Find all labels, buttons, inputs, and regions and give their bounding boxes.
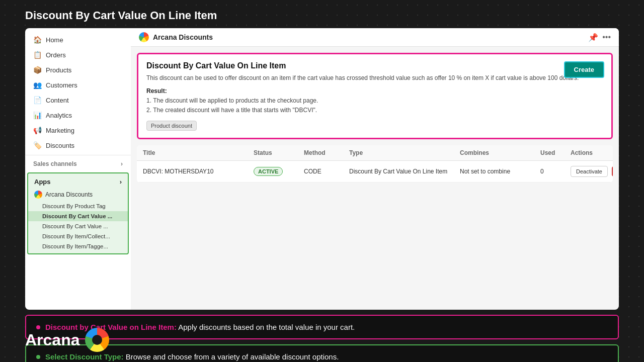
col-actions: Actions: [571, 149, 613, 156]
top-bar-left: Arcana Discounts: [139, 32, 213, 42]
sidebar-item-home[interactable]: 🏠 Home: [25, 32, 131, 47]
sub-item-cart-value-2[interactable]: Discount By Cart Value ...: [28, 221, 128, 231]
table-row: DBCVI: MOTHERSDAY10 ACTIVE CODE Discount…: [137, 161, 613, 183]
sidebar-item-label: Orders: [46, 51, 66, 59]
sidebar-item-label: Marketing: [46, 127, 74, 134]
sub-item-item-collect[interactable]: Discount By Item/Collect...: [28, 231, 128, 241]
sidebar-item-label: Products: [46, 66, 71, 74]
sidebar-item-products[interactable]: 📦 Products: [25, 62, 131, 77]
sidebar-item-label: Discounts: [46, 142, 74, 149]
banner-text: Select Discount Type: Browse and choose …: [45, 352, 339, 361]
more-icon[interactable]: •••: [602, 33, 611, 42]
sub-item-product-tag[interactable]: Discount By Product Tag: [28, 201, 128, 211]
col-combines: Combines: [460, 149, 540, 156]
banner-cart-value: Discount by Cart Value on Line Item: App…: [25, 315, 619, 339]
info-card: Discount By Cart Value On Line Item This…: [137, 53, 613, 139]
banners-container: Discount by Cart Value on Line Item: App…: [25, 315, 619, 362]
apps-header[interactable]: Apps ›: [28, 175, 128, 188]
col-status: Status: [254, 149, 304, 156]
sidebar-item-analytics[interactable]: 📊 Analytics: [25, 108, 131, 123]
top-bar: Arcana Discounts 📌 •••: [131, 28, 619, 47]
logo-ring: [85, 328, 109, 352]
sidebar-item-discounts[interactable]: 🏷️ Discounts: [25, 138, 131, 153]
bullet-icon: [36, 355, 40, 359]
orders-icon: 📋: [33, 51, 42, 59]
content-area: Arcana Discounts 📌 ••• Discount By Cart …: [131, 28, 619, 310]
product-discount-badge: Product discount: [146, 121, 197, 131]
sidebar-item-label: Content: [46, 97, 69, 104]
banner-body: Browse and choose from a variety of avai…: [124, 352, 339, 361]
create-button[interactable]: Create: [564, 61, 604, 78]
col-title: Title: [143, 149, 254, 156]
main-container: 🏠 Home 📋 Orders 📦 Products 👥 Customers 📄…: [25, 28, 619, 310]
discounts-table: Title Status Method Type Combines Used A…: [137, 145, 613, 183]
analytics-icon: 📊: [33, 111, 42, 119]
info-card-title: Discount By Cart Value On Line Item: [146, 61, 603, 70]
row-status: ACTIVE: [254, 167, 304, 176]
arcana-logo-large: [85, 328, 109, 352]
col-type: Type: [349, 149, 460, 156]
brand-name: Arcana: [25, 331, 80, 349]
col-used: Used: [540, 149, 571, 156]
apps-label: Apps: [34, 178, 51, 186]
chevron-right-icon: ›: [120, 178, 122, 186]
sidebar-item-content[interactable]: 📄 Content: [25, 93, 131, 108]
row-method: CODE: [304, 168, 349, 175]
content-icon: 📄: [33, 96, 42, 104]
arcana-logo-small: [139, 32, 149, 42]
info-card-result: Result: 1. The discount will be applied …: [146, 86, 603, 116]
col-method: Method: [304, 149, 349, 156]
sub-item-cart-value-active[interactable]: Discount By Cart Value ...: [28, 211, 128, 221]
customers-icon: 👥: [33, 81, 42, 89]
row-combines: Not set to combine: [460, 168, 540, 175]
table-header: Title Status Method Type Combines Used A…: [137, 145, 613, 161]
sidebar-item-customers[interactable]: 👥 Customers: [25, 77, 131, 93]
result-label: Result:: [146, 87, 167, 95]
row-actions: Deactivate 🗑: [571, 166, 613, 177]
marketing-icon: 📢: [33, 126, 42, 134]
divider: [25, 155, 131, 155]
pin-icon[interactable]: 📌: [588, 33, 598, 42]
banner-highlight: Select Discount Type:: [45, 352, 124, 361]
app-name-label: Arcana Discounts: [45, 191, 93, 198]
sidebar: 🏠 Home 📋 Orders 📦 Products 👥 Customers 📄…: [25, 28, 131, 310]
row-title: DBCVI: MOTHERSDAY10: [143, 168, 254, 175]
deactivate-button[interactable]: Deactivate: [571, 166, 608, 177]
sales-channels-label: Sales channels: [33, 160, 77, 167]
banner-body: Apply discounts based on the total value…: [177, 323, 355, 331]
sales-channels-header: Sales channels ›: [25, 157, 131, 170]
discounts-icon: 🏷️: [33, 141, 42, 149]
products-icon: 📦: [33, 66, 42, 74]
page-title: Discount By Cart Value On Line Item: [0, 0, 644, 28]
sidebar-item-marketing[interactable]: 📢 Marketing: [25, 123, 131, 138]
sidebar-item-label: Customers: [46, 81, 77, 89]
arcana-app-icon: [34, 191, 42, 199]
banner-select-type: Select Discount Type: Browse and choose …: [25, 344, 619, 362]
result-item-2: 2. The created discount will have a titl…: [146, 107, 317, 114]
arcana-app-item[interactable]: Arcana Discounts: [28, 188, 128, 201]
status-badge: ACTIVE: [254, 167, 283, 176]
chevron-right-icon: ›: [121, 160, 123, 167]
sidebar-item-label: Home: [46, 36, 63, 44]
result-item-1: 1. The discount will be applied to produ…: [146, 97, 318, 104]
sub-item-item-tagged[interactable]: Discount By Item/Tagge...: [28, 241, 128, 251]
delete-button[interactable]: 🗑: [612, 166, 613, 176]
home-icon: 🏠: [33, 36, 42, 44]
top-bar-title: Arcana Discounts: [153, 33, 213, 41]
sidebar-item-orders[interactable]: 📋 Orders: [25, 47, 131, 62]
row-used: 0: [540, 168, 571, 175]
bottom-logo: Arcana: [25, 328, 109, 352]
info-card-description: This discount can be used to offer disco…: [146, 73, 603, 82]
row-type: Discount By Cart Value On Line Item: [349, 168, 460, 175]
apps-section: Apps › Arcana Discounts Discount By Prod…: [27, 172, 129, 254]
logo-inner: [92, 335, 102, 345]
top-bar-actions: 📌 •••: [588, 33, 611, 42]
sidebar-item-label: Analytics: [46, 112, 72, 119]
